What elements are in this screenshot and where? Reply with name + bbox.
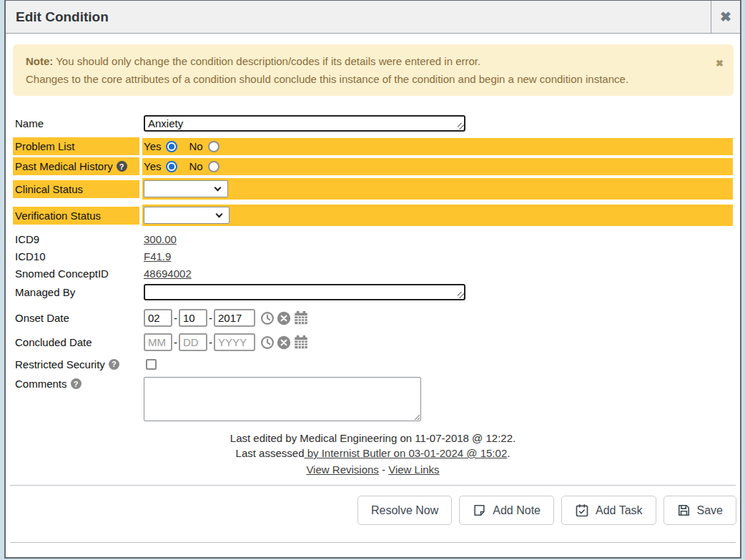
past-medical-history-label: Past Medical History	[15, 160, 113, 172]
add-task-button[interactable]: Add Task	[561, 496, 656, 525]
save-icon	[677, 503, 691, 517]
icd9-link[interactable]: 300.00	[144, 233, 177, 245]
concluded-day-input[interactable]	[179, 333, 207, 351]
clock-icon[interactable]	[260, 335, 275, 350]
view-links-line: View Revisions - View Links	[6, 462, 740, 477]
resolve-now-button[interactable]: Resolve Now	[357, 496, 452, 525]
icd10-label: ICD10	[13, 247, 139, 265]
name-label: Name	[13, 114, 139, 132]
icd9-row: ICD9 300.00	[13, 230, 733, 247]
note-label: Note:	[26, 55, 53, 67]
note-icon	[473, 503, 486, 517]
banner-dismiss-icon[interactable]: ✖	[716, 54, 724, 72]
verification-status-select[interactable]	[144, 207, 230, 224]
view-revisions-link[interactable]: View Revisions	[306, 463, 378, 476]
pmh-yes-radio[interactable]	[166, 161, 177, 172]
action-buttons: Resolve Now Add Note Add Task Save	[6, 486, 740, 525]
name-row: Name	[13, 113, 733, 134]
onset-year-input[interactable]	[214, 309, 255, 327]
managed-by-input[interactable]	[144, 284, 465, 300]
edit-condition-dialog: Edit Condition ✖ Note: You should only c…	[4, 0, 741, 559]
chevron-down-icon	[214, 185, 222, 192]
clinical-status-select[interactable]	[144, 180, 228, 197]
problem-list-no-radio[interactable]	[208, 141, 219, 152]
verification-status-row: Verification Status	[13, 205, 733, 226]
view-links-link[interactable]: View Links	[388, 463, 439, 476]
onset-day-input[interactable]	[179, 309, 207, 327]
comments-row: Comments?	[13, 375, 733, 423]
last-assessed-link[interactable]: by Internist Butler on 03-01-2024 @ 15:0…	[304, 447, 507, 459]
pmh-no-radio[interactable]	[208, 161, 219, 172]
problem-list-yes-radio[interactable]	[166, 141, 177, 152]
managed-by-row: Managed By	[13, 282, 733, 303]
audit-info: Last edited by Medical Engineering on 11…	[6, 431, 740, 477]
calendar-icon[interactable]	[293, 335, 309, 350]
snomed-label: Snomed ConceptID	[13, 265, 139, 282]
onset-month-input[interactable]	[144, 309, 172, 327]
comments-textarea[interactable]	[144, 377, 421, 421]
comments-label: Comments	[15, 378, 67, 390]
managed-by-label: Managed By	[13, 283, 139, 301]
snomed-link[interactable]: 48694002	[144, 267, 192, 280]
icd10-link[interactable]: F41.9	[144, 250, 171, 262]
restricted-security-label: Restricted Security	[15, 358, 105, 370]
clear-date-icon[interactable]	[277, 335, 291, 350]
close-button[interactable]: ✖	[711, 1, 740, 34]
clinical-status-label: Clinical Status	[13, 180, 139, 198]
concluded-date-row: Concluded Date - -	[13, 331, 733, 353]
name-input[interactable]	[144, 115, 465, 132]
save-button[interactable]: Save	[663, 496, 736, 525]
problem-list-no-label: No	[189, 140, 202, 152]
past-medical-history-row: Past Medical History? Yes No	[13, 157, 733, 175]
add-note-button[interactable]: Add Note	[459, 496, 554, 525]
concluded-date-label: Concluded Date	[13, 333, 139, 351]
warning-banner: Note: You should only change the conditi…	[13, 44, 734, 96]
problem-list-row: Problem List Yes No	[13, 137, 733, 155]
restricted-security-checkbox[interactable]	[146, 359, 157, 370]
close-icon: ✖	[720, 9, 731, 25]
chevron-down-icon	[216, 211, 223, 218]
pmh-no-label: No	[189, 160, 202, 172]
banner-line2: Changes to the core attributes of a cond…	[26, 70, 705, 88]
task-calendar-icon	[575, 503, 589, 518]
clear-date-icon[interactable]	[277, 311, 291, 325]
concluded-month-input[interactable]	[144, 333, 172, 351]
banner-line1: Note: You should only change the conditi…	[26, 52, 705, 70]
dialog-title: Edit Condition	[6, 9, 711, 25]
clinical-status-row: Clinical Status	[13, 178, 733, 200]
concluded-year-input[interactable]	[214, 333, 255, 351]
onset-date-row: Onset Date - -	[13, 307, 733, 329]
last-assessed-text: Last assessed by Internist Butler on 03-…	[6, 446, 740, 461]
icd9-label: ICD9	[13, 230, 139, 247]
onset-date-label: Onset Date	[13, 309, 139, 327]
help-icon[interactable]: ?	[117, 161, 127, 172]
divider	[10, 542, 736, 543]
problem-list-label: Problem List	[13, 137, 139, 155]
calendar-icon[interactable]	[293, 310, 309, 325]
condition-form: Name Problem List Yes No Past Medical Hi…	[13, 113, 733, 423]
icd10-row: ICD10 F41.9	[13, 247, 733, 265]
verification-status-label: Verification Status	[13, 207, 139, 225]
last-edited-text: Last edited by Medical Engineering on 11…	[6, 431, 740, 446]
snomed-row: Snomed ConceptID 48694002	[13, 265, 733, 282]
pmh-yes-label: Yes	[144, 160, 161, 172]
restricted-security-row: Restricted Security?	[13, 355, 733, 373]
dialog-header: Edit Condition ✖	[6, 1, 740, 34]
clock-icon[interactable]	[260, 311, 275, 325]
help-icon[interactable]: ?	[71, 378, 82, 389]
help-icon[interactable]: ?	[109, 359, 119, 370]
problem-list-yes-label: Yes	[144, 140, 161, 152]
